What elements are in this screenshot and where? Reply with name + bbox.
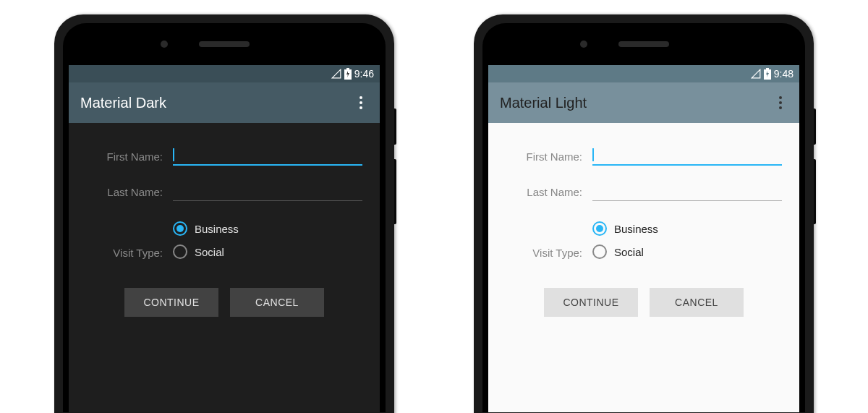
power-button[interactable]	[394, 108, 396, 145]
button-row: CONTINUE CANCEL	[506, 288, 782, 317]
first-name-label: First Name:	[506, 150, 592, 166]
cancel-button[interactable]: CANCEL	[230, 288, 324, 317]
clock-text: 9:46	[354, 68, 374, 80]
battery-charging-icon	[344, 68, 352, 80]
radio-icon-unselected	[173, 244, 187, 259]
speaker-grille	[199, 41, 250, 47]
overflow-menu-icon[interactable]	[354, 90, 368, 115]
last-name-input[interactable]	[173, 195, 362, 201]
radio-label: Business	[614, 223, 658, 235]
visit-type-row: Visit Type: Business Social	[506, 221, 782, 259]
speaker-area	[482, 23, 805, 65]
app-bar: Material Dark	[69, 82, 380, 123]
radio-label: Social	[614, 246, 644, 258]
battery-charging-icon	[764, 68, 771, 80]
button-row: CONTINUE CANCEL	[86, 288, 362, 317]
form-content: First Name: Last Name: Visit Type: Busin…	[69, 123, 380, 331]
visit-type-radio-group: Business Social	[592, 221, 782, 259]
form-content: First Name: Last Name: Visit Type: Busin…	[488, 123, 799, 331]
speaker-grille	[618, 41, 669, 47]
first-name-label: First Name:	[86, 150, 173, 166]
app-bar: Material Light	[488, 82, 799, 123]
first-name-row: First Name:	[86, 145, 362, 166]
screen-light: 9:48 Material Light First Name: Last Nam…	[488, 65, 799, 412]
phone-frame-light: 9:48 Material Light First Name: Last Nam…	[474, 14, 814, 413]
radio-icon-unselected	[592, 244, 607, 259]
last-name-label: Last Name:	[506, 186, 592, 201]
svg-rect-3	[766, 68, 769, 69]
phone-bezel: 9:48 Material Light First Name: Last Nam…	[482, 23, 805, 412]
volume-buttons[interactable]	[394, 159, 396, 224]
speaker-area	[63, 23, 386, 65]
phone-bezel: 9:46 Material Dark First Name: Last Name…	[63, 23, 386, 412]
status-bar: 9:46	[69, 65, 380, 82]
app-title: Material Light	[500, 95, 587, 111]
text-cursor	[173, 148, 174, 161]
radio-icon-selected	[592, 221, 607, 236]
last-name-row: Last Name:	[86, 186, 362, 201]
first-name-input[interactable]	[592, 145, 782, 166]
front-camera	[161, 41, 168, 48]
radio-social[interactable]: Social	[592, 244, 782, 259]
phone-frame-dark: 9:46 Material Dark First Name: Last Name…	[54, 14, 394, 413]
cancel-button[interactable]: CANCEL	[650, 288, 744, 317]
signal-icon	[751, 69, 761, 79]
visit-type-row: Visit Type: Business Social	[86, 221, 362, 259]
text-cursor	[592, 148, 594, 161]
radio-icon-selected	[173, 221, 187, 236]
continue-button[interactable]: CONTINUE	[544, 288, 638, 317]
power-button[interactable]	[814, 108, 816, 145]
last-name-label: Last Name:	[86, 186, 173, 201]
visit-type-radio-group: Business Social	[173, 221, 362, 259]
volume-buttons[interactable]	[814, 159, 816, 224]
signal-icon	[331, 69, 341, 79]
visit-type-label: Visit Type:	[506, 245, 592, 259]
continue-button[interactable]: CONTINUE	[124, 288, 218, 317]
clock-text: 9:48	[774, 68, 793, 80]
first-name-row: First Name:	[506, 145, 782, 166]
last-name-row: Last Name:	[506, 186, 782, 201]
radio-label: Social	[195, 246, 224, 258]
first-name-input[interactable]	[173, 145, 362, 166]
status-bar: 9:48	[488, 65, 799, 82]
radio-business[interactable]: Business	[173, 221, 362, 236]
radio-label: Business	[195, 223, 239, 235]
screen-dark: 9:46 Material Dark First Name: Last Name…	[69, 65, 380, 412]
radio-business[interactable]: Business	[592, 221, 782, 236]
radio-social[interactable]: Social	[173, 244, 362, 259]
svg-rect-1	[346, 68, 349, 69]
front-camera	[580, 41, 587, 48]
app-title: Material Dark	[80, 95, 166, 111]
visit-type-label: Visit Type:	[86, 245, 173, 259]
last-name-input[interactable]	[592, 195, 782, 201]
overflow-menu-icon[interactable]	[773, 90, 788, 115]
